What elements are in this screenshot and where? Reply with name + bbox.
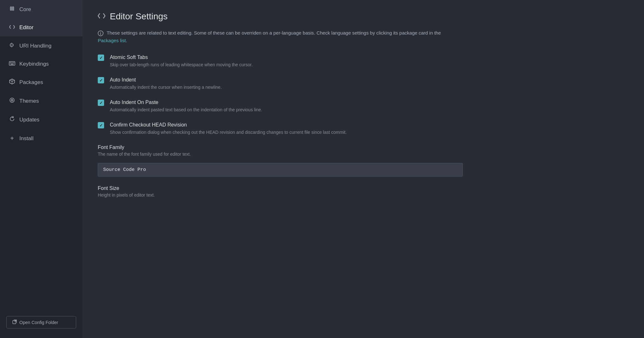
confirm-checkout-title: Confirm Checkout HEAD Revision (110, 122, 447, 128)
checkmark-icon: ✓ (99, 56, 103, 60)
sidebar-item-keybindings[interactable]: Keybindings (0, 55, 83, 73)
updates-icon (9, 116, 16, 123)
info-icon (98, 30, 103, 36)
atomic-soft-tabs-checkbox[interactable]: ✓ (98, 55, 104, 61)
page-header: Editor Settings (98, 11, 629, 22)
svg-rect-11 (10, 64, 14, 65)
sidebar-item-install[interactable]: + Install (0, 129, 83, 148)
open-config-icon (12, 320, 17, 325)
sidebar-item-packages[interactable]: Packages (0, 73, 83, 92)
auto-indent-desc: Automatically indent the cursor when ins… (110, 84, 447, 91)
setting-text-auto-indent-paste: Auto Indent On Paste Automatically inden… (110, 100, 447, 113)
sidebar-item-label-uri: URI Handling (19, 43, 51, 49)
main-content: Editor Settings These settings are relat… (83, 0, 644, 338)
sidebar-item-label-keybindings: Keybindings (19, 61, 49, 67)
description-text-before: These settings are related to text editi… (107, 30, 441, 36)
font-family-desc: The name of the font family used for edi… (98, 152, 629, 157)
page-title: Editor Settings (110, 11, 168, 22)
font-family-input[interactable] (98, 163, 463, 177)
atomic-soft-tabs-title: Atomic Soft Tabs (110, 55, 447, 60)
editor-icon (9, 24, 16, 31)
checkmark-icon: ✓ (99, 78, 103, 82)
sidebar-item-label-core: Core (19, 6, 31, 13)
svg-point-17 (100, 32, 101, 33)
sidebar-item-core[interactable]: Core (0, 0, 83, 19)
auto-indent-paste-checkbox[interactable]: ✓ (98, 100, 104, 106)
setting-confirm-checkout: ✓ Confirm Checkout HEAD Revision Show co… (98, 122, 447, 136)
svg-point-6 (10, 45, 10, 45)
font-size-desc: Height in pixels of editor text. (98, 192, 629, 198)
font-size-title: Font Size (98, 185, 629, 191)
packages-icon (9, 79, 16, 86)
setting-auto-indent: ✓ Auto Indent Automatically indent the c… (98, 77, 447, 91)
sidebar-item-label-updates: Updates (19, 117, 39, 123)
uri-handling-icon (9, 42, 16, 49)
font-family-title: Font Family (98, 145, 629, 150)
keybindings-icon (9, 61, 16, 67)
page-header-icon (98, 12, 105, 21)
sidebar-item-label-packages: Packages (19, 79, 43, 86)
core-icon (9, 6, 16, 13)
svg-point-14 (12, 100, 12, 101)
confirm-checkout-desc: Show confirmation dialog when checking o… (110, 129, 447, 136)
font-family-section: Font Family The name of the font family … (98, 145, 629, 177)
sidebar-item-label-themes: Themes (19, 98, 39, 104)
page-description: These settings are related to text editi… (98, 29, 447, 44)
checkmark-icon: ✓ (99, 101, 103, 105)
atomic-soft-tabs-desc: Skip over tab-length runs of leading whi… (110, 62, 447, 68)
sidebar-item-themes[interactable]: Themes (0, 92, 83, 110)
sidebar-item-uri-handling[interactable]: URI Handling (0, 36, 83, 55)
description-text-after: . (126, 38, 127, 43)
sidebar-item-updates[interactable]: Updates (0, 110, 83, 129)
font-size-section: Font Size Height in pixels of editor tex… (98, 185, 629, 198)
checkmark-icon: ✓ (99, 123, 103, 127)
setting-text-confirm-checkout: Confirm Checkout HEAD Revision Show conf… (110, 122, 447, 136)
packages-list-link[interactable]: Packages list (98, 38, 126, 43)
svg-rect-8 (10, 62, 11, 63)
auto-indent-title: Auto Indent (110, 77, 447, 83)
auto-indent-paste-desc: Automatically indent pasted text based o… (110, 107, 447, 113)
setting-text-auto-indent: Auto Indent Automatically indent the cur… (110, 77, 447, 91)
svg-rect-7 (9, 62, 15, 65)
confirm-checkout-checkbox[interactable]: ✓ (98, 122, 104, 128)
auto-indent-paste-title: Auto Indent On Paste (110, 100, 447, 105)
auto-indent-checkbox[interactable]: ✓ (98, 77, 104, 83)
svg-rect-9 (12, 62, 13, 63)
sidebar: Core Editor URI Handling (0, 0, 83, 338)
open-config-label: Open Config Folder (19, 320, 58, 325)
sidebar-item-label-install: Install (19, 135, 33, 142)
setting-auto-indent-paste: ✓ Auto Indent On Paste Automatically ind… (98, 100, 447, 113)
setting-atomic-soft-tabs: ✓ Atomic Soft Tabs Skip over tab-length … (98, 55, 447, 68)
open-config-button[interactable]: Open Config Folder (6, 316, 76, 328)
setting-text-atomic-soft-tabs: Atomic Soft Tabs Skip over tab-length ru… (110, 55, 447, 68)
sidebar-item-label-editor: Editor (19, 24, 33, 31)
sidebar-item-editor[interactable]: Editor (0, 19, 83, 36)
svg-rect-10 (13, 62, 14, 63)
install-icon: + (9, 135, 16, 142)
themes-icon (9, 97, 16, 105)
